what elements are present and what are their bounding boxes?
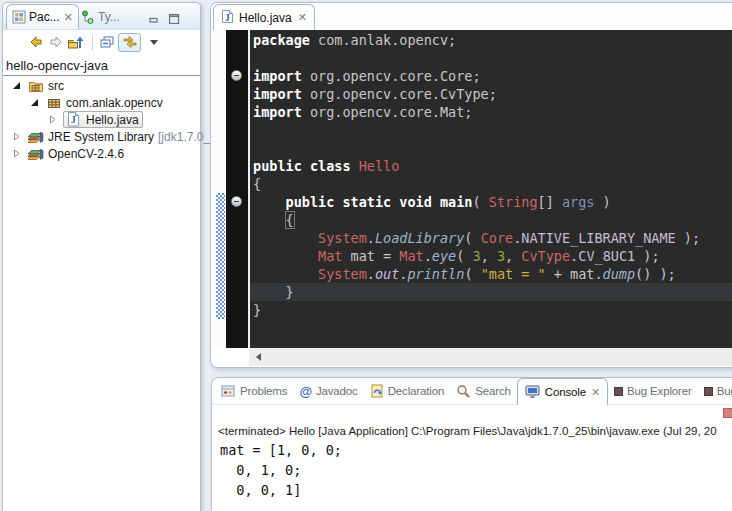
java-file-icon: J bbox=[221, 9, 234, 27]
java-file-icon: J bbox=[65, 112, 82, 128]
code-token: import bbox=[253, 104, 302, 120]
code-line bbox=[250, 139, 732, 157]
bottom-tab-label: Problems bbox=[240, 385, 287, 397]
tree-item-label: com.anlak.opencv bbox=[66, 96, 163, 110]
tree-item-jre-system-library[interactable]: JRE System Library[jdk1.7.0_ bbox=[3, 128, 200, 145]
library-icon bbox=[27, 129, 44, 145]
back-icon[interactable] bbox=[27, 34, 44, 51]
code-token: dump bbox=[603, 266, 636, 282]
tree-item-opencv-2-4-6[interactable]: OpenCV-2.4.6 bbox=[3, 145, 200, 162]
code-token: . bbox=[367, 230, 375, 246]
close-icon[interactable]: ✕ bbox=[64, 11, 73, 24]
collapsed-arrow-icon[interactable] bbox=[10, 149, 27, 158]
package-icon bbox=[45, 95, 62, 111]
code-token: } bbox=[253, 302, 261, 318]
code-token: CvType bbox=[521, 248, 570, 264]
code-token bbox=[253, 230, 318, 246]
tree-item-src[interactable]: src bbox=[3, 77, 200, 94]
fold-collapse-icon[interactable] bbox=[231, 196, 242, 207]
code-token: org.opencv.core.CvType; bbox=[302, 86, 497, 102]
expanded-arrow-icon[interactable] bbox=[10, 81, 27, 90]
console-icon bbox=[525, 385, 541, 399]
collapsed-arrow-icon[interactable] bbox=[10, 132, 27, 141]
code-token: ( bbox=[464, 230, 480, 246]
close-icon[interactable]: ✕ bbox=[591, 386, 600, 399]
tree-item-hello-java[interactable]: JHello.java bbox=[3, 111, 200, 128]
code-token bbox=[432, 194, 440, 210]
close-icon[interactable]: ✕ bbox=[298, 11, 307, 24]
link-with-editor-button[interactable] bbox=[118, 33, 141, 52]
type-hierarchy-icon bbox=[81, 10, 95, 24]
declaration-icon bbox=[370, 384, 384, 398]
code-line: import org.opencv.core.Mat; bbox=[250, 103, 732, 121]
scroll-left-icon[interactable] bbox=[256, 353, 261, 361]
tree-item-label: JRE System Library bbox=[48, 130, 154, 144]
console-output-line: 0, 1, 0; bbox=[220, 460, 342, 480]
expanded-arrow-icon[interactable] bbox=[28, 98, 45, 107]
code-line bbox=[250, 49, 732, 67]
range-indicator bbox=[216, 193, 225, 319]
code-token: Mat bbox=[399, 248, 423, 264]
editor-tab-hello-java[interactable]: J Hello.java ✕ bbox=[213, 4, 315, 30]
project-label[interactable]: hello-opencv-java bbox=[6, 58, 108, 73]
fold-collapse-icon[interactable] bbox=[231, 70, 242, 81]
code-token: mat = bbox=[342, 248, 399, 264]
library-icon bbox=[27, 146, 44, 162]
code-line: public class Hello bbox=[250, 157, 732, 175]
tab-console[interactable]: Console✕ bbox=[517, 378, 608, 405]
collapse-all-icon[interactable] bbox=[98, 34, 115, 51]
terminate-icon[interactable] bbox=[723, 408, 732, 418]
code-token: args bbox=[562, 194, 595, 210]
code-editor[interactable]: package com.anlak.opencv;import org.open… bbox=[212, 30, 732, 348]
tab-problems[interactable]: Problems bbox=[215, 378, 293, 404]
bug-icon bbox=[614, 387, 623, 396]
forward-icon[interactable] bbox=[47, 34, 64, 51]
code-line: package com.anlak.opencv; bbox=[250, 31, 732, 49]
bottom-tab-label: Bug bbox=[717, 385, 732, 397]
console-output-line: 0, 0, 1] bbox=[220, 480, 342, 500]
tab-javadoc[interactable]: @Javadoc bbox=[293, 378, 363, 404]
minimize-icon[interactable] bbox=[149, 10, 159, 28]
code-line: } bbox=[250, 301, 732, 319]
tab-search[interactable]: Search bbox=[450, 378, 517, 404]
code-token: String bbox=[489, 194, 538, 210]
code-token bbox=[253, 266, 318, 282]
tree-item-decorator: [jdk1.7.0_ bbox=[158, 130, 210, 144]
problems-icon bbox=[221, 384, 236, 398]
bottom-tabbar: Problems@JavadocDeclarationSearchConsole… bbox=[212, 378, 732, 405]
code-token: out bbox=[375, 266, 399, 282]
tree-item-com-anlak-opencv[interactable]: com.anlak.opencv bbox=[3, 94, 200, 111]
source-folder-icon bbox=[27, 78, 44, 94]
code-token: eye bbox=[432, 248, 456, 264]
tree-item-label: Hello.java bbox=[86, 113, 139, 127]
code-token bbox=[351, 158, 359, 174]
code-token: NATIVE_LIBRARY_NAME bbox=[521, 230, 675, 246]
view-tab-ty[interactable]: Ty... bbox=[76, 4, 125, 29]
code-line: Mat mat = Mat.eye( 3, 3, CvType.CV_8UC1 … bbox=[250, 247, 732, 265]
view-tab-pac[interactable]: Pac...✕ bbox=[6, 4, 79, 29]
collapsed-arrow-icon[interactable] bbox=[46, 115, 63, 124]
code-line: } bbox=[250, 283, 732, 301]
project-tree: srccom.anlak.opencvJHello.javaJRE System… bbox=[3, 77, 200, 162]
code-token: Core bbox=[481, 230, 514, 246]
up-icon[interactable] bbox=[67, 34, 84, 51]
view-menu-icon[interactable] bbox=[150, 40, 158, 45]
bottom-tab-label: Declaration bbox=[388, 385, 445, 397]
code-token: ( bbox=[456, 248, 472, 264]
code-line: System.LoadLibrary( Core.NATIVE_LIBRARY_… bbox=[250, 229, 732, 247]
annotation-ruler bbox=[212, 30, 226, 348]
horizontal-scrollbar[interactable] bbox=[249, 348, 732, 366]
tab-bug[interactable]: Bug bbox=[698, 378, 732, 404]
code-token: import bbox=[253, 68, 302, 84]
code-token bbox=[253, 248, 318, 264]
toolbar-separator bbox=[92, 35, 93, 50]
tab-bug-explorer[interactable]: Bug Explorer bbox=[608, 378, 698, 404]
view-tab-label: Ty... bbox=[98, 10, 120, 24]
tab-declaration[interactable]: Declaration bbox=[364, 378, 451, 404]
code-token: 3 bbox=[473, 248, 481, 264]
maximize-icon[interactable] bbox=[169, 10, 180, 28]
code-token: System bbox=[318, 266, 367, 282]
code-token bbox=[253, 194, 286, 210]
code-token: org.opencv.core.Mat; bbox=[302, 104, 473, 120]
code-token: ) bbox=[594, 194, 610, 210]
